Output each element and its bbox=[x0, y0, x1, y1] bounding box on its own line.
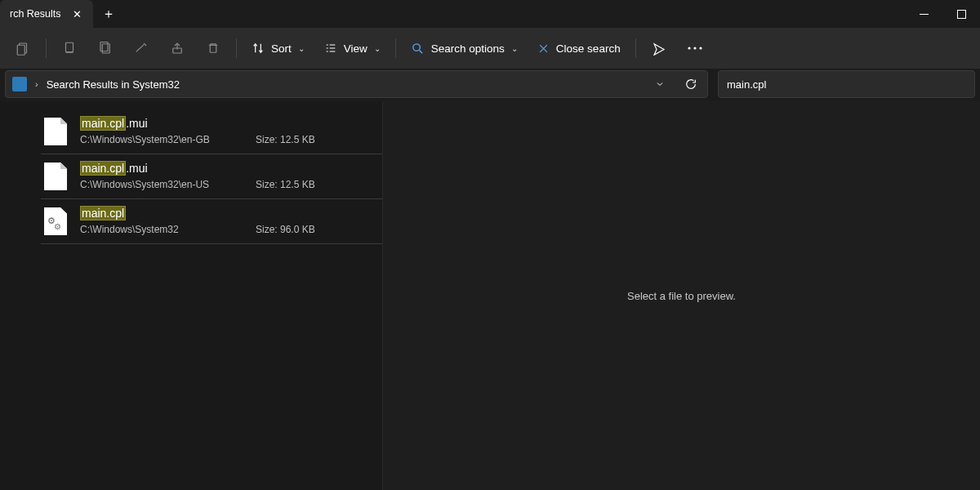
chevron-down-icon: ⌄ bbox=[511, 44, 518, 53]
address-row: › Search Results in System32 bbox=[0, 69, 980, 101]
view-button[interactable]: View ⌄ bbox=[314, 33, 390, 64]
close-tab-icon[interactable]: ✕ bbox=[69, 7, 85, 22]
view-icon bbox=[324, 42, 337, 55]
svg-point-11 bbox=[693, 47, 696, 49]
svg-rect-0 bbox=[920, 14, 929, 15]
search-input[interactable] bbox=[727, 78, 966, 91]
file-path: C:\Windows\System32\en-GB bbox=[80, 134, 231, 145]
rename-button bbox=[123, 33, 159, 64]
svg-rect-4 bbox=[66, 42, 74, 51]
preview-pane: Select a file to preview. bbox=[382, 101, 980, 490]
new-item-button bbox=[5, 33, 41, 64]
file-size: Size: 12.5 KB bbox=[256, 134, 315, 145]
search-highlight: main.cpl bbox=[80, 161, 126, 176]
preview-placeholder: Select a file to preview. bbox=[627, 290, 736, 302]
file-icon bbox=[44, 118, 67, 145]
search-options-label: Search options bbox=[431, 42, 505, 55]
chevron-down-icon: ⌄ bbox=[374, 44, 381, 53]
view-label: View bbox=[344, 42, 368, 55]
location-icon bbox=[12, 77, 27, 91]
close-search-button[interactable]: Close search bbox=[528, 33, 630, 64]
file-name: main.cpl.mui bbox=[80, 116, 379, 131]
results-list: main.cpl.muiC:\Windows\System32\en-GBSiz… bbox=[8, 101, 382, 490]
sort-label: Sort bbox=[271, 42, 292, 55]
tab-search-results[interactable]: rch Results ✕ bbox=[0, 0, 93, 28]
control-panel-file-icon bbox=[44, 207, 67, 235]
search-highlight: main.cpl bbox=[80, 116, 126, 131]
content-area: main.cpl.muiC:\Windows\System32\en-GBSiz… bbox=[0, 101, 980, 490]
svg-point-9 bbox=[413, 43, 420, 51]
chevron-down-icon: ⌄ bbox=[298, 44, 305, 53]
result-item[interactable]: main.cpl.muiC:\Windows\System32\en-USSiz… bbox=[41, 154, 382, 199]
svg-point-10 bbox=[688, 47, 690, 49]
delete-button bbox=[195, 33, 231, 64]
filter-icon bbox=[652, 41, 666, 56]
svg-point-12 bbox=[699, 47, 702, 49]
refresh-button[interactable] bbox=[679, 73, 702, 96]
filter-button[interactable] bbox=[641, 33, 677, 64]
file-name: main.cpl.mui bbox=[80, 161, 379, 176]
file-path: C:\Windows\System32\en-US bbox=[80, 179, 231, 190]
title-bar: rch Results ✕ ＋ bbox=[0, 0, 980, 28]
svg-rect-8 bbox=[210, 45, 216, 52]
close-icon bbox=[537, 42, 550, 55]
tab-title: rch Results bbox=[10, 8, 61, 20]
toolbar: Sort ⌄ View ⌄ Search options ⌄ Close sea… bbox=[0, 28, 980, 69]
address-bar[interactable]: › Search Results in System32 bbox=[5, 70, 708, 98]
sort-button[interactable]: Sort ⌄ bbox=[242, 33, 314, 64]
search-options-button[interactable]: Search options ⌄ bbox=[401, 33, 528, 64]
file-explorer-window: rch Results ✕ ＋ bbox=[0, 0, 980, 490]
close-search-label: Close search bbox=[556, 42, 621, 55]
svg-rect-3 bbox=[17, 45, 24, 55]
minimize-button[interactable] bbox=[905, 0, 942, 28]
window-controls bbox=[905, 0, 980, 28]
svg-rect-1 bbox=[957, 10, 965, 18]
history-dropdown[interactable] bbox=[648, 73, 671, 96]
ellipsis-icon bbox=[688, 47, 702, 50]
chevron-right-icon: › bbox=[35, 79, 38, 89]
refresh-icon bbox=[684, 78, 697, 91]
cut-button bbox=[51, 33, 87, 64]
maximize-button[interactable] bbox=[942, 0, 980, 28]
breadcrumb: Search Results in System32 bbox=[47, 78, 180, 91]
search-box[interactable] bbox=[718, 70, 975, 98]
copy-button bbox=[87, 33, 123, 64]
chevron-down-icon bbox=[655, 79, 665, 89]
file-icon bbox=[44, 163, 67, 190]
result-item[interactable]: main.cpl.muiC:\Windows\System32\en-GBSiz… bbox=[41, 109, 382, 154]
sort-icon bbox=[252, 42, 265, 55]
search-highlight: main.cpl bbox=[80, 206, 126, 220]
share-button bbox=[159, 33, 195, 64]
file-size: Size: 12.5 KB bbox=[256, 179, 315, 190]
file-path: C:\Windows\System32 bbox=[80, 224, 231, 235]
more-button[interactable] bbox=[677, 33, 713, 64]
search-icon bbox=[411, 42, 425, 56]
new-tab-button[interactable]: ＋ bbox=[93, 0, 124, 28]
file-size: Size: 96.0 KB bbox=[256, 224, 315, 235]
result-item[interactable]: main.cplC:\Windows\System32Size: 96.0 KB bbox=[41, 199, 382, 244]
file-name: main.cpl bbox=[80, 206, 379, 220]
